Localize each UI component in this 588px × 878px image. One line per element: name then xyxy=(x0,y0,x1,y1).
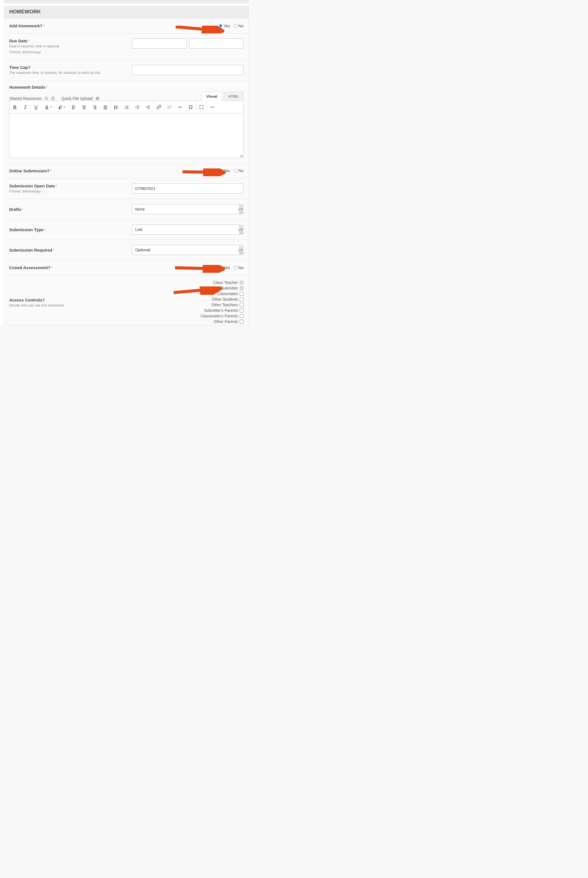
tab-visual[interactable]: Visual xyxy=(201,92,222,101)
label-crowd-assessment: Crowd Assessment? xyxy=(9,265,51,270)
row-submission-open-date: Submission Open Date* Format: dd/mm/yyyy xyxy=(4,179,249,199)
bullet-list-icon[interactable] xyxy=(111,101,122,113)
access-item-checkbox xyxy=(240,286,243,290)
section-header: HOMEWORK xyxy=(4,6,249,18)
time-cap-input[interactable] xyxy=(132,65,243,75)
svg-point-30 xyxy=(114,108,115,109)
radio-add-homework-no[interactable]: No xyxy=(234,24,243,28)
access-item-checkbox[interactable] xyxy=(240,308,243,313)
svg-marker-47 xyxy=(146,106,147,108)
access-item-0: Class Teacher xyxy=(213,280,243,285)
radio-online-submission-yes[interactable]: Yes xyxy=(219,168,230,173)
row-submission-type: Submission Type* Link xyxy=(4,220,249,240)
access-item-label: Other Parents xyxy=(214,319,238,324)
access-checklist: Class TeacherSubmitterClassmatesOther St… xyxy=(132,280,243,324)
access-item-1: Submitter xyxy=(221,286,243,290)
access-item-2[interactable]: Classmates xyxy=(218,292,243,296)
radio-crowd-yes[interactable]: Yes xyxy=(219,266,230,270)
access-item-checkbox[interactable] xyxy=(240,297,243,301)
align-center-icon[interactable] xyxy=(79,101,90,113)
label-drafts: Drafts xyxy=(9,207,21,212)
search-icon[interactable] xyxy=(44,96,49,101)
label-add-homework: Add Homework? xyxy=(9,23,42,28)
hr-icon[interactable] xyxy=(175,101,185,113)
svg-point-52 xyxy=(213,107,214,107)
top-collapsed-section xyxy=(4,0,249,3)
row-homework-details: Homework Details* Shared Resources: Quic… xyxy=(4,81,249,164)
radio-input-yes[interactable] xyxy=(219,24,222,28)
special-char-icon[interactable]: Ω xyxy=(185,101,196,113)
label-access-controls: Access Controls? xyxy=(9,298,45,302)
svg-point-51 xyxy=(212,107,213,107)
access-item-3[interactable]: Other Students xyxy=(212,297,243,302)
editor-toolbar: 123 Ω xyxy=(9,101,243,114)
editor-textarea[interactable] xyxy=(9,114,243,158)
access-item-5[interactable]: Submitter's Parents xyxy=(204,308,243,313)
access-item-checkbox[interactable] xyxy=(240,314,243,318)
label-due-date: Due Date xyxy=(9,39,27,43)
svg-line-3 xyxy=(47,99,48,100)
more-icon[interactable] xyxy=(207,101,218,113)
indent-icon[interactable] xyxy=(132,101,142,113)
row-time-cap: Time Cap? The maximum time, in minutes, … xyxy=(4,60,249,81)
outdent-icon[interactable] xyxy=(142,101,153,113)
svg-rect-11 xyxy=(58,109,62,109)
row-access-controls: Access Controls? Decide who can see this… xyxy=(4,275,249,325)
help-time-cap: The maximum time, in minutes, for studen… xyxy=(9,71,126,75)
tab-html[interactable]: HTML xyxy=(224,92,244,101)
section-title: HOMEWORK xyxy=(9,9,243,15)
numbered-list-icon[interactable]: 123 xyxy=(122,101,132,113)
align-left-icon[interactable] xyxy=(68,101,79,113)
align-right-icon[interactable] xyxy=(90,101,100,113)
drafts-select[interactable]: None xyxy=(132,204,243,214)
access-item-label: Classmates's Parents xyxy=(200,314,238,318)
access-item-checkbox[interactable] xyxy=(240,292,243,296)
shared-resources-label: Shared Resources: xyxy=(9,96,43,101)
svg-text:3: 3 xyxy=(125,107,126,109)
label-homework-details: Homework Details xyxy=(9,85,45,90)
radio-input-no[interactable] xyxy=(234,24,237,28)
access-item-label: Submitter xyxy=(221,286,238,290)
underline-icon[interactable] xyxy=(31,101,41,113)
help-submission-open-date: Format: dd/mm/yyyy xyxy=(9,189,126,194)
svg-marker-43 xyxy=(135,106,136,108)
radio-add-homework-yes[interactable]: Yes xyxy=(219,24,230,28)
access-item-6[interactable]: Classmates's Parents xyxy=(200,314,243,318)
help-due-date-1: Date is required, time is optional. xyxy=(9,44,126,49)
svg-point-29 xyxy=(114,107,115,107)
submission-open-date-input[interactable] xyxy=(132,183,243,194)
access-item-7[interactable]: Other Parents xyxy=(214,319,243,324)
access-item-checkbox[interactable] xyxy=(240,320,243,323)
access-item-label: Classmates xyxy=(218,292,238,296)
info-upload-icon[interactable] xyxy=(51,96,56,101)
label-submission-type: Submission Type xyxy=(9,227,44,232)
bold-icon[interactable] xyxy=(9,101,20,113)
highlight-color-icon[interactable] xyxy=(55,101,68,113)
text-color-icon[interactable] xyxy=(41,101,55,113)
fullscreen-icon[interactable] xyxy=(196,101,207,113)
italic-icon[interactable] xyxy=(20,101,31,113)
align-justify-icon[interactable] xyxy=(100,101,111,113)
submission-type-select[interactable]: Link xyxy=(132,224,243,235)
access-item-4[interactable]: Other Teachers xyxy=(212,303,243,307)
add-circle-icon[interactable] xyxy=(95,96,100,101)
svg-point-2 xyxy=(45,97,47,99)
label-submission-required: Submission Required xyxy=(9,248,52,253)
due-date-input[interactable] xyxy=(132,39,186,48)
link-icon[interactable] xyxy=(153,101,164,113)
access-item-label: Other Students xyxy=(212,297,238,302)
access-item-checkbox xyxy=(240,281,243,284)
row-add-homework: Add Homework?* Yes No xyxy=(4,18,249,33)
unlink-icon[interactable] xyxy=(164,101,175,113)
access-item-checkbox[interactable] xyxy=(240,303,243,307)
label-submission-open-date: Submission Open Date xyxy=(9,183,55,188)
label-time-cap: Time Cap? xyxy=(9,65,30,70)
due-time-input[interactable] xyxy=(189,39,244,48)
row-online-submission: Online Submission?* Yes No xyxy=(4,164,249,179)
submission-required-select[interactable]: Optional xyxy=(132,245,243,255)
access-item-label: Class Teacher xyxy=(213,280,238,285)
help-access-controls: Decide who can see this homework. xyxy=(9,303,126,308)
row-due-date: Due Date* Date is required, time is opti… xyxy=(4,33,249,60)
radio-online-submission-no[interactable]: No xyxy=(234,168,243,173)
radio-crowd-no[interactable]: No xyxy=(234,266,243,270)
